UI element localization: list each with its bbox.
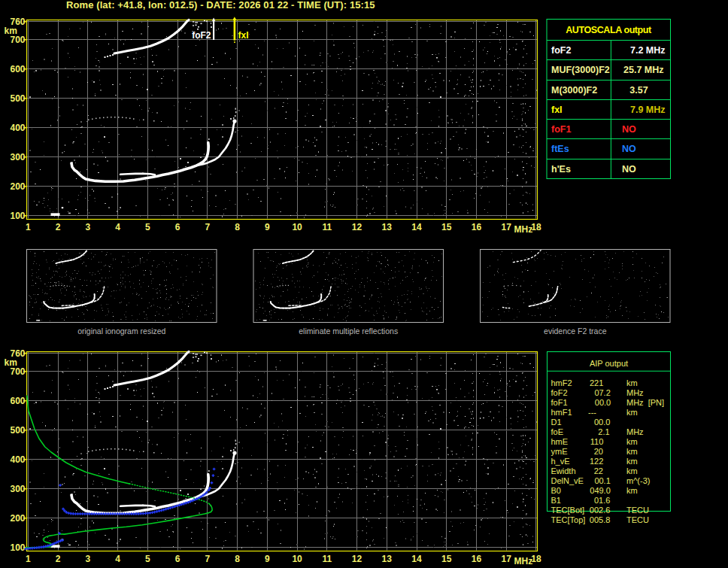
svg-text:25.7 MHz: 25.7 MHz bbox=[623, 65, 664, 75]
svg-text:17: 17 bbox=[502, 554, 512, 564]
svg-text:m^(-3): m^(-3) bbox=[626, 476, 650, 485]
svg-text:hmF2: hmF2 bbox=[551, 378, 572, 387]
svg-text:eliminate multiple reflections: eliminate multiple reflections bbox=[299, 327, 398, 336]
svg-text:TEC[Bot]: TEC[Bot] bbox=[551, 506, 585, 515]
svg-text:7.2 MHz: 7.2 MHz bbox=[630, 45, 666, 56]
svg-text:[PN]: [PN] bbox=[648, 398, 664, 407]
svg-text:7.9 MHz: 7.9 MHz bbox=[630, 105, 666, 115]
svg-text:221: 221 bbox=[590, 378, 603, 387]
svg-text:Ewidth: Ewidth bbox=[551, 466, 576, 475]
svg-text:16: 16 bbox=[472, 554, 482, 564]
svg-text:foF2: foF2 bbox=[551, 45, 571, 56]
svg-text:8: 8 bbox=[235, 222, 240, 232]
svg-text:1: 1 bbox=[26, 222, 31, 232]
svg-text:7: 7 bbox=[205, 222, 210, 232]
svg-text:13: 13 bbox=[382, 554, 393, 564]
svg-text:h_vE: h_vE bbox=[551, 457, 570, 466]
svg-text:MUF(3000)F2: MUF(3000)F2 bbox=[551, 65, 610, 75]
svg-text:17: 17 bbox=[502, 222, 512, 232]
svg-text:3.57: 3.57 bbox=[629, 85, 648, 96]
svg-text:110: 110 bbox=[590, 437, 604, 446]
svg-text:km: km bbox=[626, 408, 638, 417]
svg-text:TEC[Top]: TEC[Top] bbox=[551, 515, 586, 524]
svg-text:18: 18 bbox=[531, 554, 541, 564]
svg-text:km: km bbox=[626, 447, 638, 456]
svg-text:M(3000)F2: M(3000)F2 bbox=[551, 85, 597, 96]
svg-text:MHz: MHz bbox=[514, 224, 533, 235]
svg-text:11: 11 bbox=[322, 222, 332, 232]
svg-text:8: 8 bbox=[235, 554, 240, 564]
svg-text:300: 300 bbox=[10, 152, 25, 163]
svg-text:TECU: TECU bbox=[626, 515, 649, 524]
svg-text:Rome (lat: +41.8, lon: 012.5): Rome (lat: +41.8, lon: 012.5) - DATE: 20… bbox=[66, 0, 375, 11]
svg-text:6: 6 bbox=[175, 554, 180, 564]
svg-text:9: 9 bbox=[265, 222, 270, 232]
svg-text:200: 200 bbox=[10, 513, 25, 524]
svg-text:B0: B0 bbox=[551, 486, 561, 495]
svg-text:km: km bbox=[5, 26, 17, 36]
svg-text:4: 4 bbox=[115, 222, 120, 232]
svg-text:12: 12 bbox=[352, 554, 362, 564]
svg-text:original ionogram resized: original ionogram resized bbox=[77, 327, 165, 336]
svg-text:500: 500 bbox=[10, 425, 25, 436]
svg-text:15: 15 bbox=[441, 222, 452, 232]
svg-text:18: 18 bbox=[531, 222, 541, 232]
svg-text:00.0: 00.0 bbox=[595, 398, 611, 407]
svg-text:fxI: fxI bbox=[551, 105, 563, 115]
svg-text:200: 200 bbox=[10, 181, 25, 192]
svg-text:005.8: 005.8 bbox=[590, 515, 611, 524]
svg-text:20: 20 bbox=[594, 447, 603, 456]
svg-text:foE: foE bbox=[551, 427, 564, 436]
svg-text:6: 6 bbox=[175, 222, 180, 232]
svg-text:D1: D1 bbox=[551, 418, 562, 427]
svg-text:2: 2 bbox=[56, 222, 61, 232]
svg-text:B1: B1 bbox=[551, 496, 561, 505]
svg-text:NO: NO bbox=[622, 164, 636, 175]
svg-text:ftEs: ftEs bbox=[551, 144, 569, 154]
svg-text:100: 100 bbox=[10, 542, 25, 553]
svg-text:hmE: hmE bbox=[551, 437, 569, 446]
svg-text:3: 3 bbox=[86, 554, 91, 564]
svg-text:foF1: foF1 bbox=[551, 124, 571, 135]
svg-text:12: 12 bbox=[352, 222, 362, 232]
svg-text:km: km bbox=[5, 357, 17, 368]
svg-text:122: 122 bbox=[590, 457, 603, 466]
svg-text:km: km bbox=[626, 437, 638, 446]
svg-text:14: 14 bbox=[411, 222, 422, 232]
svg-text:01.6: 01.6 bbox=[594, 496, 610, 505]
svg-text:049.0: 049.0 bbox=[590, 486, 611, 495]
svg-text:km: km bbox=[626, 486, 638, 495]
svg-text:foF2: foF2 bbox=[192, 30, 211, 41]
svg-text:km: km bbox=[626, 457, 638, 466]
svg-text:MHz: MHz bbox=[626, 388, 644, 397]
svg-text:4: 4 bbox=[115, 554, 120, 564]
svg-text:DelN_vE: DelN_vE bbox=[551, 476, 584, 485]
svg-text:evidence F2 trace: evidence F2 trace bbox=[544, 327, 607, 336]
svg-text:foF2: foF2 bbox=[551, 388, 568, 397]
svg-text:00.0: 00.0 bbox=[594, 418, 610, 427]
svg-text:9: 9 bbox=[265, 554, 270, 564]
svg-text:10: 10 bbox=[292, 222, 302, 232]
svg-text:002.6: 002.6 bbox=[590, 506, 611, 515]
svg-text:h'Es: h'Es bbox=[551, 164, 571, 175]
svg-text:foF1: foF1 bbox=[551, 398, 568, 407]
svg-text:400: 400 bbox=[10, 454, 25, 465]
svg-text:13: 13 bbox=[382, 222, 393, 232]
svg-text:MHz: MHz bbox=[626, 427, 644, 436]
svg-text:TECU: TECU bbox=[626, 506, 649, 515]
svg-text:22: 22 bbox=[594, 466, 603, 475]
svg-text:fxI: fxI bbox=[238, 30, 249, 41]
svg-text:5: 5 bbox=[145, 554, 150, 564]
svg-text:00.1: 00.1 bbox=[594, 476, 610, 485]
svg-text:ymE: ymE bbox=[551, 447, 568, 456]
svg-text:MHz: MHz bbox=[514, 556, 533, 566]
svg-text:2.1: 2.1 bbox=[598, 427, 609, 436]
svg-text:300: 300 bbox=[10, 484, 25, 494]
svg-text:3: 3 bbox=[86, 222, 91, 232]
svg-text:14: 14 bbox=[411, 554, 422, 564]
svg-text:hmF1: hmF1 bbox=[551, 408, 572, 417]
svg-text:400: 400 bbox=[10, 123, 25, 133]
svg-text:10: 10 bbox=[292, 554, 302, 564]
svg-text:07.2: 07.2 bbox=[594, 388, 610, 397]
svg-text:1: 1 bbox=[26, 554, 31, 564]
